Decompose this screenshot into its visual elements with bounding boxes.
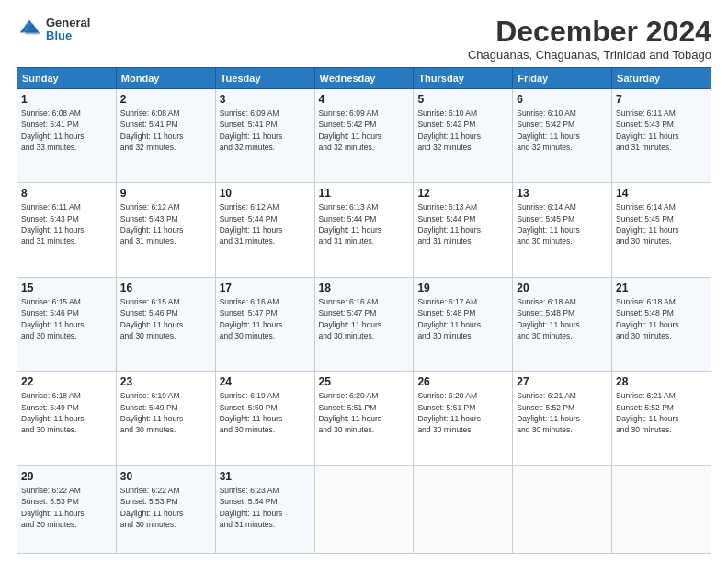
table-row: 11Sunrise: 6:13 AMSunset: 5:44 PMDayligh… [314,183,414,277]
day-number: 6 [517,93,608,106]
logo-icon [17,17,42,42]
day-number: 16 [120,282,211,294]
day-info: Sunrise: 6:23 AMSunset: 5:54 PMDaylight:… [220,485,311,530]
table-row: 19Sunrise: 6:17 AMSunset: 5:48 PMDayligh… [414,277,513,371]
col-header-sunday: Sunday [17,68,117,89]
table-row: 13Sunrise: 6:14 AMSunset: 5:45 PMDayligh… [513,183,612,277]
day-number: 22 [21,375,112,388]
table-row: 31Sunrise: 6:23 AMSunset: 5:54 PMDayligh… [215,465,314,553]
table-row: 8Sunrise: 6:11 AMSunset: 5:43 PMDaylight… [17,183,117,277]
table-row: 6Sunrise: 6:10 AMSunset: 5:42 PMDaylight… [513,89,612,183]
day-number: 31 [220,470,311,483]
logo-blue: Blue [46,29,90,42]
day-number: 18 [319,282,410,294]
day-number: 19 [417,282,508,294]
table-row: 17Sunrise: 6:16 AMSunset: 5:47 PMDayligh… [215,277,314,371]
table-row [314,465,414,553]
day-info: Sunrise: 6:11 AMSunset: 5:43 PMDaylight:… [21,201,112,247]
table-row: 3Sunrise: 6:09 AMSunset: 5:41 PMDaylight… [215,89,314,183]
day-info: Sunrise: 6:19 AMSunset: 5:50 PMDaylight:… [220,390,311,435]
day-number: 4 [319,93,410,106]
logo-general: General [46,17,90,29]
table-row: 5Sunrise: 6:10 AMSunset: 5:42 PMDaylight… [414,89,513,183]
table-row: 18Sunrise: 6:16 AMSunset: 5:47 PMDayligh… [314,277,414,371]
table-row: 1Sunrise: 6:08 AMSunset: 5:41 PMDaylight… [17,89,117,183]
table-row: 26Sunrise: 6:20 AMSunset: 5:51 PMDayligh… [414,372,513,465]
day-info: Sunrise: 6:15 AMSunset: 5:46 PMDaylight:… [120,296,211,341]
day-number: 9 [120,187,211,200]
table-row: 20Sunrise: 6:18 AMSunset: 5:48 PMDayligh… [513,277,612,371]
day-number: 25 [319,375,410,388]
day-info: Sunrise: 6:16 AMSunset: 5:47 PMDaylight:… [319,296,410,341]
day-number: 28 [616,375,707,388]
table-row [414,465,513,553]
table-row: 10Sunrise: 6:12 AMSunset: 5:44 PMDayligh… [215,183,314,277]
day-number: 17 [220,282,311,294]
day-info: Sunrise: 6:14 AMSunset: 5:45 PMDaylight:… [616,201,707,247]
day-number: 30 [120,470,211,483]
day-info: Sunrise: 6:18 AMSunset: 5:48 PMDaylight:… [616,296,707,341]
table-row: 21Sunrise: 6:18 AMSunset: 5:48 PMDayligh… [612,277,711,371]
day-number: 20 [517,282,608,294]
day-number: 24 [220,375,311,388]
day-info: Sunrise: 6:21 AMSunset: 5:52 PMDaylight:… [517,390,608,435]
day-number: 13 [517,187,608,200]
table-row: 14Sunrise: 6:14 AMSunset: 5:45 PMDayligh… [612,183,711,277]
subtitle: Chaguanas, Chaguanas, Trinidad and Tobag… [468,48,711,62]
day-number: 11 [319,187,410,200]
day-info: Sunrise: 6:11 AMSunset: 5:43 PMDaylight:… [616,108,707,153]
day-info: Sunrise: 6:10 AMSunset: 5:42 PMDaylight:… [417,108,508,153]
table-row: 30Sunrise: 6:22 AMSunset: 5:53 PMDayligh… [116,465,215,553]
day-info: Sunrise: 6:20 AMSunset: 5:51 PMDaylight:… [319,390,410,435]
day-info: Sunrise: 6:17 AMSunset: 5:48 PMDaylight:… [417,296,508,341]
day-number: 1 [21,93,112,106]
table-row: 23Sunrise: 6:19 AMSunset: 5:49 PMDayligh… [116,372,215,465]
table-row: 29Sunrise: 6:22 AMSunset: 5:53 PMDayligh… [17,465,117,553]
table-row: 15Sunrise: 6:15 AMSunset: 5:46 PMDayligh… [17,277,117,371]
table-row [612,465,711,553]
day-number: 27 [517,375,608,388]
table-row: 4Sunrise: 6:09 AMSunset: 5:42 PMDaylight… [314,89,414,183]
page: General Blue December 2024 Chaguanas, Ch… [0,0,728,563]
day-number: 29 [21,470,112,483]
day-info: Sunrise: 6:18 AMSunset: 5:49 PMDaylight:… [21,390,112,435]
month-title: December 2024 [468,17,711,46]
title-block: December 2024 Chaguanas, Chaguanas, Trin… [468,17,711,62]
day-info: Sunrise: 6:09 AMSunset: 5:42 PMDaylight:… [319,108,410,153]
col-header-friday: Friday [513,68,612,89]
table-row: 27Sunrise: 6:21 AMSunset: 5:52 PMDayligh… [513,372,612,465]
day-number: 26 [417,375,508,388]
day-info: Sunrise: 6:13 AMSunset: 5:44 PMDaylight:… [319,201,410,247]
col-header-saturday: Saturday [612,68,711,89]
day-info: Sunrise: 6:12 AMSunset: 5:43 PMDaylight:… [120,201,211,247]
day-info: Sunrise: 6:12 AMSunset: 5:44 PMDaylight:… [220,201,311,247]
table-row: 9Sunrise: 6:12 AMSunset: 5:43 PMDaylight… [116,183,215,277]
day-info: Sunrise: 6:08 AMSunset: 5:41 PMDaylight:… [21,108,112,153]
day-info: Sunrise: 6:16 AMSunset: 5:47 PMDaylight:… [220,296,311,341]
header: General Blue December 2024 Chaguanas, Ch… [17,17,711,62]
day-number: 15 [21,282,112,294]
day-info: Sunrise: 6:22 AMSunset: 5:53 PMDaylight:… [21,485,112,530]
day-number: 5 [417,93,508,106]
table-row: 2Sunrise: 6:08 AMSunset: 5:41 PMDaylight… [116,89,215,183]
day-number: 2 [120,93,211,106]
logo: General Blue [17,17,90,43]
day-info: Sunrise: 6:10 AMSunset: 5:42 PMDaylight:… [517,108,608,153]
day-info: Sunrise: 6:18 AMSunset: 5:48 PMDaylight:… [517,296,608,341]
day-number: 12 [417,187,508,200]
table-row: 22Sunrise: 6:18 AMSunset: 5:49 PMDayligh… [17,372,117,465]
col-header-monday: Monday [116,68,215,89]
col-header-wednesday: Wednesday [314,68,414,89]
day-number: 21 [616,282,707,294]
table-row [513,465,612,553]
day-info: Sunrise: 6:21 AMSunset: 5:52 PMDaylight:… [616,390,707,435]
day-info: Sunrise: 6:08 AMSunset: 5:41 PMDaylight:… [120,108,211,153]
logo-text: General Blue [46,17,90,43]
day-number: 14 [616,187,707,200]
day-number: 23 [120,375,211,388]
day-number: 3 [220,93,311,106]
day-info: Sunrise: 6:13 AMSunset: 5:44 PMDaylight:… [417,201,508,247]
day-number: 10 [220,187,311,200]
day-info: Sunrise: 6:09 AMSunset: 5:41 PMDaylight:… [220,108,311,153]
day-info: Sunrise: 6:20 AMSunset: 5:51 PMDaylight:… [417,390,508,435]
